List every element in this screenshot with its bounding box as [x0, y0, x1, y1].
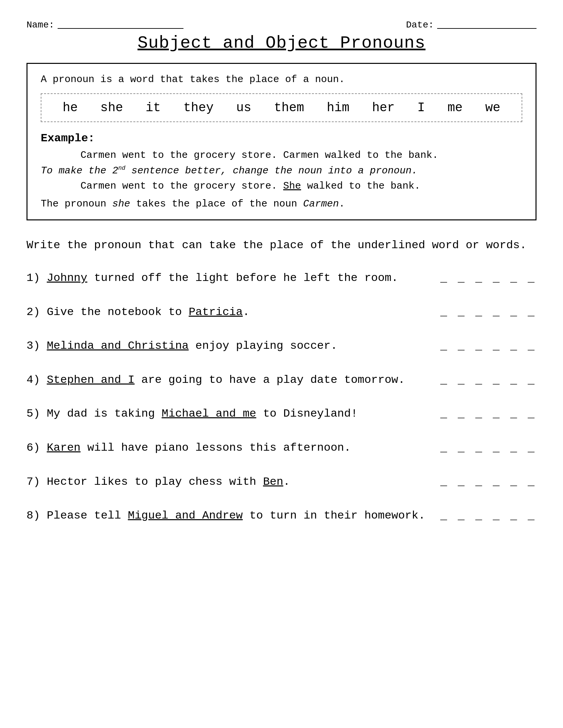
- q7-underlined: Ben: [263, 476, 283, 488]
- q2-blank[interactable]: _ _ _ _ _ _: [441, 306, 537, 318]
- question-8-text: 8) Please tell Miguel and Andrew to turn…: [26, 508, 431, 524]
- superscript: nd: [118, 165, 125, 171]
- question-row: 2) Give the notebook to Patricia. _ _ _ …: [26, 304, 537, 320]
- pronoun-him: him: [327, 101, 350, 115]
- question-3-text: 3) Melinda and Christina enjoy playing s…: [26, 338, 431, 354]
- q3-number: 3): [26, 340, 47, 352]
- question-5-text: 5) My dad is taking Michael and me to Di…: [26, 406, 431, 422]
- pronoun-them: them: [274, 101, 304, 115]
- q6-rest: will have piano lessons this afternoon.: [80, 441, 351, 454]
- header: Name: Date:: [26, 20, 537, 30]
- q5-blank[interactable]: _ _ _ _ _ _: [441, 408, 537, 420]
- question-4-text: 4) Stephen and I are going to have a pla…: [26, 372, 431, 388]
- pronoun-he: he: [63, 101, 78, 115]
- q4-rest: are going to have a play date tomorrow.: [134, 374, 405, 386]
- q8-underlined: Miguel and Andrew: [128, 509, 243, 522]
- question-2-text: 2) Give the notebook to Patricia.: [26, 304, 431, 320]
- q4-number: 4): [26, 374, 47, 386]
- q3-underlined: Melinda and Christina: [47, 340, 188, 352]
- pronoun-her: her: [372, 101, 395, 115]
- pronoun-us: us: [236, 101, 251, 115]
- name-line: [58, 28, 183, 29]
- date-field: Date:: [406, 20, 537, 30]
- date-label: Date:: [406, 20, 434, 30]
- questions-list: 1) Johnny turned off the light before he…: [26, 270, 537, 524]
- q8-rest: to turn in their homework.: [243, 509, 425, 522]
- q5-rest: to Disneyland!: [256, 407, 358, 420]
- q1-blank[interactable]: _ _ _ _ _ _: [441, 272, 537, 285]
- question-row: 6) Karen will have piano lessons this af…: [26, 440, 537, 456]
- question-row: 8) Please tell Miguel and Andrew to turn…: [26, 508, 537, 524]
- italic-instruction: To make the 2nd sentence better, change …: [41, 165, 522, 176]
- q6-blank[interactable]: _ _ _ _ _ _: [441, 442, 537, 454]
- q2-number: 2) Give the notebook to: [26, 306, 189, 318]
- q3-rest: enjoy playing soccer.: [189, 340, 338, 352]
- pronoun-they: they: [183, 101, 213, 115]
- pronouns-box: he she it they us them him her I me we: [41, 93, 522, 122]
- question-row: 7) Hector likes to play chess with Ben. …: [26, 474, 537, 490]
- q7-number: 7) Hector likes to play chess with: [26, 476, 263, 488]
- pronoun-i: I: [417, 101, 425, 115]
- q1-rest: turned off the light before he left the …: [87, 272, 399, 284]
- pronoun-we: we: [485, 101, 500, 115]
- q3-blank[interactable]: _ _ _ _ _ _: [441, 340, 537, 352]
- info-box: A pronoun is a word that takes the place…: [26, 63, 537, 220]
- example-sentence-2: Carmen went to the grocery store. She wa…: [80, 180, 522, 192]
- q1-underlined: Johnny: [47, 272, 87, 284]
- q2-rest: .: [243, 306, 249, 318]
- definition-text: A pronoun is a word that takes the place…: [41, 74, 522, 85]
- pronoun-note: The pronoun she takes the place of the n…: [41, 198, 522, 209]
- name-label: Name:: [26, 20, 54, 30]
- q1-number: 1): [26, 272, 47, 284]
- example-sentence-1: Carmen went to the grocery store. Carmen…: [80, 150, 522, 161]
- question-7-text: 7) Hector likes to play chess with Ben.: [26, 474, 431, 490]
- name-field: Name:: [26, 20, 183, 30]
- q8-blank[interactable]: _ _ _ _ _ _: [441, 510, 537, 522]
- q5-underlined: Michael and me: [162, 407, 256, 420]
- date-line: [437, 28, 537, 29]
- q5-number: 5) My dad is taking: [26, 407, 162, 420]
- question-row: 1) Johnny turned off the light before he…: [26, 270, 537, 286]
- pronoun-me: me: [447, 101, 463, 115]
- question-row: 3) Melinda and Christina enjoy playing s…: [26, 338, 537, 354]
- q7-blank[interactable]: _ _ _ _ _ _: [441, 476, 537, 488]
- q6-underlined: Karen: [47, 441, 80, 454]
- q8-number: 8) Please tell: [26, 509, 128, 522]
- question-1-text: 1) Johnny turned off the light before he…: [26, 270, 431, 286]
- question-row: 4) Stephen and I are going to have a pla…: [26, 372, 537, 388]
- instructions: Write the pronoun that can take the plac…: [26, 237, 537, 254]
- pronoun-it: it: [146, 101, 161, 115]
- question-row: 5) My dad is taking Michael and me to Di…: [26, 406, 537, 422]
- q7-rest: .: [283, 476, 290, 488]
- page-title: Subject and Object Pronouns: [26, 33, 537, 53]
- example-label: Example:: [41, 132, 522, 145]
- question-6-text: 6) Karen will have piano lessons this af…: [26, 440, 431, 456]
- q4-blank[interactable]: _ _ _ _ _ _: [441, 374, 537, 387]
- pronoun-she: she: [100, 101, 123, 115]
- q2-underlined: Patricia: [189, 306, 243, 318]
- q4-underlined: Stephen and I: [47, 374, 134, 386]
- q6-number: 6): [26, 441, 47, 454]
